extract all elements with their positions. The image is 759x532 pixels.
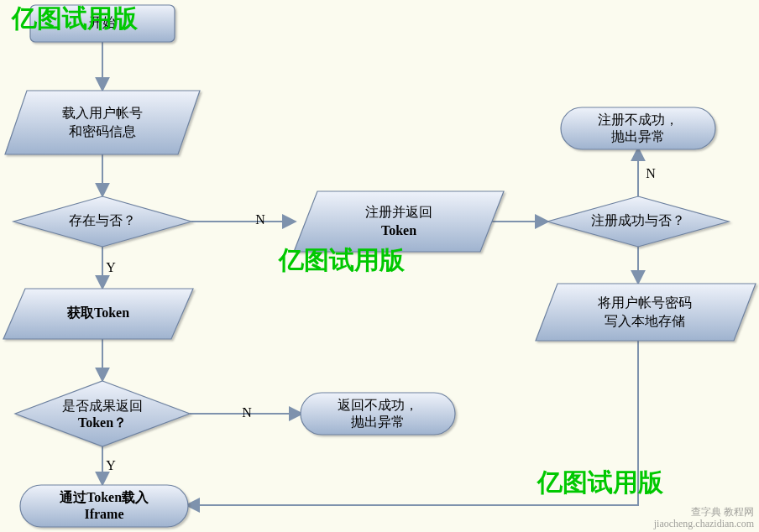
lbl-exists-yes: Y [106, 260, 116, 274]
svg-text:获取Token: 获取Token [66, 305, 129, 320]
svg-text:Iframe: Iframe [84, 507, 123, 521]
svg-marker-17 [536, 284, 756, 341]
svg-text:通过Token载入: 通过Token载入 [59, 490, 149, 504]
svg-text:注册成功与否？: 注册成功与否？ [591, 213, 685, 227]
svg-text:返回不成功，: 返回不成功， [338, 398, 418, 412]
lbl-exists-no: N [255, 212, 265, 227]
node-register-return: 注册并返回 Token [294, 191, 504, 252]
svg-text:写入本地存储: 写入本地存储 [605, 314, 685, 328]
node-load-credentials: 载入用户帐号 和密码信息 [5, 91, 200, 154]
svg-text:抛出异常: 抛出异常 [351, 415, 405, 429]
node-register-fail: 注册不成功， 抛出异常 [561, 107, 715, 149]
svg-marker-12 [294, 191, 504, 252]
node-load-iframe: 通过Token载入 Iframe [20, 485, 188, 527]
node-register-ok-decision: 注册成功与否？ [547, 196, 729, 247]
footer-line1: 查字典 教程网 [691, 506, 754, 518]
svg-text:抛出异常: 抛出异常 [611, 129, 665, 143]
svg-text:Token？: Token？ [78, 415, 127, 430]
watermark-tl: 亿图试用版 [10, 4, 139, 32]
svg-text:载入用户帐号: 载入用户帐号 [62, 106, 143, 120]
svg-text:和密码信息: 和密码信息 [69, 124, 136, 138]
lbl-got-no: N [242, 405, 252, 420]
svg-text:Token: Token [381, 223, 416, 237]
node-get-token: 获取Token [3, 289, 193, 339]
svg-marker-9 [15, 381, 190, 446]
lbl-got-yes: Y [106, 458, 116, 472]
lbl-regok-no: N [646, 166, 656, 180]
svg-text:是否成果返回: 是否成果返回 [62, 399, 143, 413]
node-exists-decision: 存在与否？ [13, 196, 191, 247]
node-store-credentials: 将用户帐号密码 写入本地存储 [536, 284, 756, 341]
watermark-br: 亿图试用版 [536, 468, 664, 496]
svg-marker-2 [5, 91, 200, 154]
svg-text:存在与否？: 存在与否？ [69, 213, 136, 227]
svg-text:将用户帐号密码: 将用户帐号密码 [597, 295, 692, 310]
footer-line2: jiaocheng.chazidian.com [653, 518, 755, 529]
node-got-token-decision: 是否成果返回 Token？ [15, 381, 190, 446]
svg-text:注册并返回: 注册并返回 [365, 205, 432, 219]
svg-text:注册不成功，: 注册不成功， [598, 112, 678, 127]
node-return-fail: 返回不成功， 抛出异常 [301, 393, 455, 435]
watermark-mid: 亿图试用版 [277, 246, 406, 274]
